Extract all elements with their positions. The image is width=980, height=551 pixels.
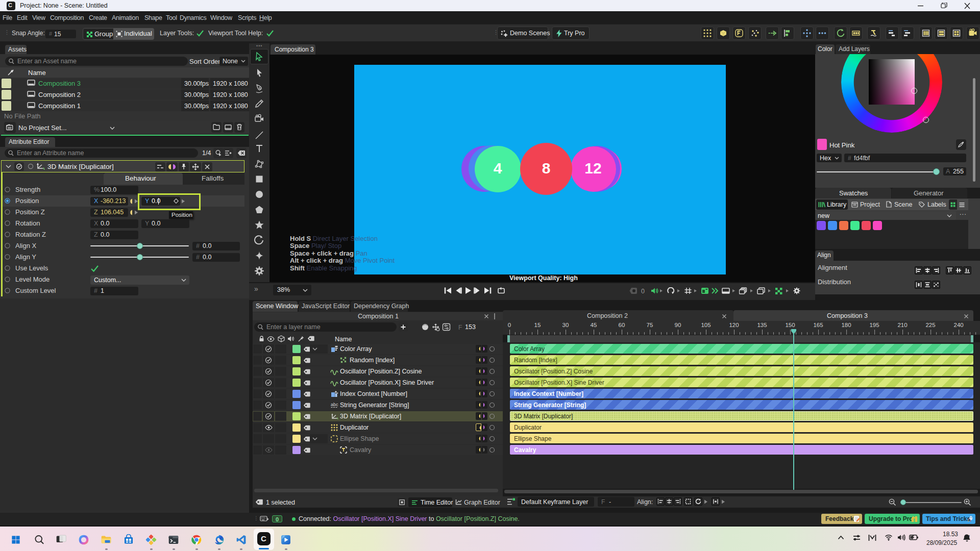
svg-text:z: z	[968, 534, 970, 537]
svg-text:abc: abc	[331, 402, 338, 407]
